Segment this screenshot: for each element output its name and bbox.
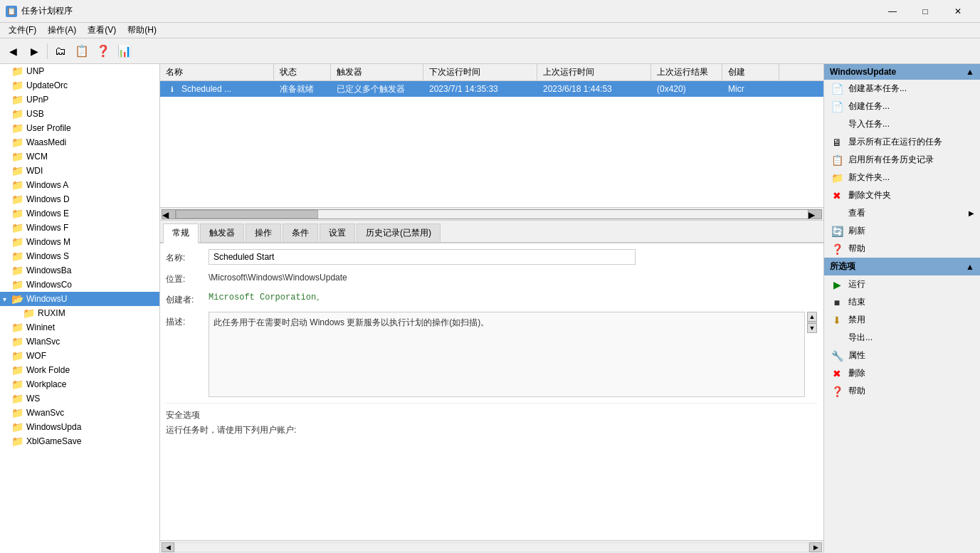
name-input[interactable] [209,249,636,265]
list-button[interactable]: 📊 [115,41,135,61]
right-panel-refresh[interactable]: 🔄 刷新 [824,222,980,240]
right-panel-import-task[interactable]: 导入任务... [824,115,980,133]
folder-icon: 📁 [11,151,23,162]
notes-button[interactable]: 📋 [72,41,92,61]
menu-operation[interactable]: 操作(A) [42,23,82,38]
right-panel-export[interactable]: 导出... [824,329,980,347]
right-panel-properties[interactable]: 🔧 属性 [824,347,980,364]
close-button[interactable]: ✕ [942,0,974,23]
right-panel-item-label: 导入任务... [848,118,890,130]
menu-file[interactable]: 文件(F) [3,23,42,38]
h-scroll-thumb[interactable] [176,210,318,218]
sidebar-item-label: Windows M [26,237,70,247]
tab-trigger[interactable]: 触发器 [200,223,244,242]
right-panel-new-folder[interactable]: 📁 新文件夹... [824,169,980,186]
scroll-right-btn[interactable]: ▶ [808,209,822,219]
right-panel-item-label: 新文件夹... [848,172,890,184]
folder-icon: 📁 [11,94,23,105]
sidebar-item-windowsf[interactable]: 📁 Windows F [0,221,159,235]
right-panel-section-selected: 所选项 ▲ ▶ 运行 ■ 结束 ⬇ 禁用 导出... 🔧 属性 [824,258,980,400]
right-panel-item-label: 查看 [848,207,865,219]
sidebar-item-wof[interactable]: 📁 WOF [0,349,159,363]
detail-location-row: 位置: \Microsoft\Windows\WindowsUpdate [166,270,818,285]
folder-icon: 📁 [11,251,23,262]
forward-button[interactable]: ▶ [24,41,44,61]
right-panel-enable-history[interactable]: 📋 启用所有任务历史记录 [824,151,980,169]
sidebar-item-wcm[interactable]: 📁 WCM [0,149,159,164]
right-panel-view[interactable]: 查看 ▶ [824,204,980,222]
h-scroll-track [176,209,808,219]
tab-history[interactable]: 历史记录(已禁用) [357,223,441,242]
right-panel-show-running[interactable]: 🖥 显示所有正在运行的任务 [824,133,980,151]
sidebar-item-unp[interactable]: 📁 UNP [0,64,159,78]
sidebar-item-upnp[interactable]: 📁 UPnP [0,93,159,107]
desc-scroll-down[interactable]: ▼ [807,323,817,333]
sidebar-item-wininet[interactable]: 📁 Wininet [0,320,159,335]
sidebar-item-ws[interactable]: 📁 WS [0,391,159,406]
sidebar-item-usb[interactable]: 📁 USB [0,107,159,121]
col-next-run[interactable]: 下次运行时间 [423,64,537,80]
right-panel-help-1[interactable]: ❓ 帮助 [824,240,980,258]
col-name[interactable]: 名称 [160,64,274,80]
right-panel-header-selected[interactable]: 所选项 ▲ [824,258,980,275]
sidebar-item-waasmedi[interactable]: 📁 WaasMedi [0,135,159,149]
tab-general[interactable]: 常规 [163,223,199,243]
sidebar-item-windowsd[interactable]: 📁 Windows D [0,192,159,206]
back-button[interactable]: ◀ [3,41,23,61]
tab-condition[interactable]: 条件 [283,223,318,242]
sidebar-item-workplace[interactable]: 📁 Workplace [0,377,159,391]
table-h-scrollbar[interactable]: ◀ ▶ [160,207,823,220]
menu-help[interactable]: 帮助(H) [122,23,162,38]
col-last-run[interactable]: 上次运行时间 [537,64,651,80]
right-panel-delete-folder[interactable]: ✖ 删除文件夹 [824,186,980,204]
toolbar: ◀ ▶ 🗂 📋 ❓ 📊 [0,38,980,64]
sidebar-item-ruxim[interactable]: 📁 RUXIM [0,306,159,320]
desc-label: 描述: [166,312,209,328]
name-label: 名称: [166,249,209,264]
minimize-button[interactable]: — [876,0,909,23]
col-last-result[interactable]: 上次运行结果 [651,64,722,80]
sidebar-item-wdi[interactable]: 📁 WDI [0,164,159,178]
sidebar-item-workfolde[interactable]: 📁 Work Folde [0,363,159,377]
menu-view[interactable]: 查看(V) [82,23,122,38]
desc-scroll-up[interactable]: ▲ [807,312,817,322]
sidebar-item-xblgamesave[interactable]: 📁 XblGameSave [0,434,159,448]
col-trigger[interactable]: 触发器 [331,64,423,80]
tab-action[interactable]: 操作 [246,223,281,242]
sidebar-item-label: WwanSvc [26,408,64,418]
help-button[interactable]: ❓ [93,41,113,61]
col-creator[interactable]: 创建 [722,64,779,80]
sidebar-item-updateorc[interactable]: 📁 UpdateOrc [0,78,159,93]
detail-scroll-left[interactable]: ◀ [162,542,174,552]
sidebar-item-windowsu[interactable]: ▾ 📂 WindowsU [0,292,159,306]
sidebar-item-windowsco[interactable]: 📁 WindowsCo [0,278,159,292]
sidebar-item-wwansvc[interactable]: 📁 WwanSvc [0,406,159,420]
table-row[interactable]: ℹ Scheduled ... 准备就绪 已定义多个触发器 2023/7/1 1… [160,81,823,97]
sidebar-item-windowsm[interactable]: 📁 Windows M [0,235,159,249]
right-panel-end[interactable]: ■ 结束 [824,293,980,311]
detail-hscrollbar[interactable]: ◀ ▶ [160,540,823,553]
sidebar-item-windowsa[interactable]: 📁 Windows A [0,178,159,192]
folder-button[interactable]: 🗂 [51,41,70,61]
sidebar-item-windowsba[interactable]: 📁 WindowsBa [0,263,159,278]
folder-icon: 📁 [11,436,23,447]
sidebar-item-wlansvc[interactable]: 📁 WlanSvc [0,335,159,349]
col-status[interactable]: 状态 [274,64,331,80]
right-panel-disable[interactable]: ⬇ 禁用 [824,311,980,329]
maximize-button[interactable]: □ [909,0,942,23]
right-panel-item-label: 禁用 [848,314,865,326]
tab-settings[interactable]: 设置 [320,223,355,242]
right-panel-delete[interactable]: ✖ 删除 [824,364,980,382]
detail-scroll-right[interactable]: ▶ [809,542,822,552]
location-label: 位置: [166,270,209,285]
right-panel-create-basic[interactable]: 📄 创建基本任务... [824,80,980,98]
right-panel-help-2[interactable]: ❓ 帮助 [824,382,980,400]
scroll-left-btn[interactable]: ◀ [162,209,176,219]
right-panel-header-windowsupdate[interactable]: WindowsUpdate ▲ [824,64,980,80]
right-panel-create-task[interactable]: 📄 创建任务... [824,98,980,115]
sidebar-item-windowse[interactable]: 📁 Windows E [0,206,159,221]
sidebar-item-windowss[interactable]: 📁 Windows S [0,249,159,263]
sidebar-item-userprofile[interactable]: 📁 User Profile [0,121,159,135]
right-panel-run[interactable]: ▶ 运行 [824,275,980,293]
sidebar-item-windowsupda[interactable]: 📁 WindowsUpda [0,420,159,434]
